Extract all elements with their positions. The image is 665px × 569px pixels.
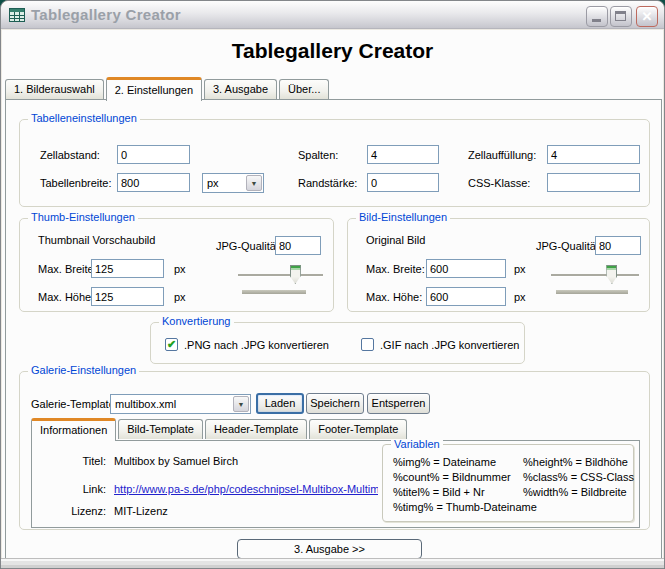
tabellenbreite-label: Tabellenbreite: — [40, 177, 112, 189]
tab-bilderauswahl[interactable]: 1. Bilderauswahl — [5, 79, 104, 99]
variable-item: %class% = CSS-Class — [523, 471, 634, 483]
window-bottom-frame[interactable] — [1, 558, 664, 568]
group-thumb-einstellungen: Thumb-Einstellungen Thumbnail Vorschaubi… — [19, 218, 334, 312]
group-galerie-einstellungen: Galerie-Einstellungen Galerie-Template: … — [19, 371, 650, 530]
thumb-breite-unit: px — [174, 263, 186, 275]
close-button[interactable]: ✕ — [636, 6, 658, 27]
bild-jpg-input[interactable] — [595, 236, 641, 255]
css-klasse-input[interactable] — [547, 173, 640, 192]
group-label: Konvertierung — [159, 315, 234, 327]
gif-convert-label: .GIF nach .JPG konvertieren — [380, 339, 519, 351]
bild-breite-input[interactable] — [426, 259, 506, 278]
slider-track — [551, 274, 639, 276]
bild-breite-label: Max. Breite: — [366, 263, 425, 275]
group-tabelleneinstellungen: Tabelleneinstellungen Zellabstand: Spalt… — [19, 119, 650, 207]
group-label: Bild-Einstellungen — [356, 211, 450, 223]
spalten-input[interactable] — [367, 145, 439, 164]
variable-item: %timg% = Thumb-Dateiname — [393, 501, 537, 513]
minimize-button[interactable] — [586, 6, 608, 27]
bild-caption: Original Bild — [366, 234, 425, 246]
window-title: Tablegallery Creator — [31, 6, 181, 23]
page-title: Tablegallery Creator — [2, 39, 663, 63]
maximize-icon — [615, 11, 626, 21]
tab-einstellungen[interactable]: 2. Einstellungen — [106, 77, 202, 101]
bild-hoehe-input[interactable] — [426, 287, 506, 306]
titel-label: Titel: — [36, 455, 106, 467]
entsperren-button[interactable]: Entsperren — [367, 393, 430, 414]
zellabstand-label: Zellabstand: — [40, 149, 100, 161]
group-konvertierung: Konvertierung ✔ .PNG nach .JPG konvertie… — [150, 322, 525, 364]
link-label: Link: — [36, 483, 106, 495]
galerie-template-select[interactable]: multibox.xml ▼ — [110, 394, 251, 414]
thumb-breite-label: Max. Breite: — [38, 263, 97, 275]
zellauffuellung-label: Zellauffüllung: — [468, 149, 536, 161]
galerie-template-value: multibox.xml — [115, 398, 232, 410]
ausgabe-next-button[interactable]: 3. Ausgabe >> — [237, 539, 422, 559]
bild-hoehe-label: Max. Höhe: — [366, 291, 422, 303]
tabellenbreite-input[interactable] — [117, 173, 190, 192]
variable-item: %img% = Dateiname — [393, 456, 496, 468]
slider-thumb[interactable] — [290, 265, 301, 284]
lizenz-label: Lizenz: — [36, 505, 106, 517]
tab-informationen[interactable]: Informationen — [31, 418, 116, 441]
template-link[interactable]: http://www.pa-s.de/php/codeschnipsel-Mul… — [114, 483, 378, 495]
slider-underbar-fill — [242, 290, 306, 294]
main-tab-strip: 1. Bilderauswahl 2. Einstellungen 3. Aus… — [5, 76, 329, 100]
minimize-icon — [592, 19, 601, 22]
title-bar[interactable]: Tablegallery Creator ✕ — [1, 1, 664, 29]
bild-quality-slider[interactable] — [551, 265, 639, 285]
tab-bild-template[interactable]: Bild-Template — [118, 419, 203, 439]
informationen-panel: Titel: Multibox by Samuel Birch Link: ht… — [31, 440, 640, 528]
png-convert-checkbox[interactable]: ✔ — [165, 338, 178, 351]
png-convert-label: .PNG nach .JPG konvertieren — [184, 339, 329, 351]
app-window: Tablegallery Creator ✕ Tablegallery Crea… — [0, 0, 665, 569]
galerie-template-label: Galerie-Template: — [31, 398, 118, 410]
group-variablen: Variablen %img% = Dateiname %count% = Bi… — [382, 444, 634, 522]
thumb-hoehe-unit: px — [174, 291, 186, 303]
zellabstand-input[interactable] — [117, 145, 190, 164]
variable-item: %titel% = Bild + Nr — [393, 486, 485, 498]
variable-item: %width% = Bildbreite — [523, 486, 627, 498]
maximize-button[interactable] — [610, 6, 632, 27]
spalten-label: Spalten: — [298, 149, 338, 161]
group-label: Tabelleneinstellungen — [28, 112, 140, 124]
slider-underbar — [242, 290, 324, 294]
breite-unit-select[interactable]: px ▼ — [202, 173, 264, 193]
tab-header-template[interactable]: Header-Template — [205, 419, 307, 439]
thumb-breite-input[interactable] — [91, 259, 164, 278]
laden-button[interactable]: Laden — [256, 393, 304, 414]
speichern-button[interactable]: Speichern — [306, 393, 364, 414]
variable-item: %height% = Bildhöhe — [523, 456, 628, 468]
dialog-client-area: Tablegallery Creator 1. Bilderauswahl 2.… — [2, 30, 663, 558]
close-icon: ✕ — [642, 9, 653, 24]
titel-value: Multibox by Samuel Birch — [114, 455, 238, 467]
css-klasse-label: CSS-Klasse: — [468, 177, 530, 189]
group-label: Galerie-Einstellungen — [28, 364, 139, 376]
slider-underbar-fill — [556, 290, 628, 294]
settings-tab-page: Tabelleneinstellungen Zellabstand: Spalt… — [5, 99, 662, 559]
app-table-icon — [9, 7, 25, 23]
slider-thumb[interactable] — [606, 265, 617, 284]
group-label: Thumb-Einstellungen — [28, 211, 138, 223]
variable-item: %count% = Bildnummer — [393, 471, 511, 483]
tab-ausgabe[interactable]: 3. Ausgabe — [204, 79, 277, 99]
tab-ueber[interactable]: Über... — [279, 79, 329, 99]
slider-underbar — [556, 290, 638, 294]
randstaerke-input[interactable] — [367, 173, 439, 192]
gif-convert-checkbox[interactable] — [361, 338, 374, 351]
tab-footer-template[interactable]: Footer-Template — [309, 419, 407, 439]
thumb-hoehe-label: Max. Höhe: — [38, 291, 94, 303]
randstaerke-label: Randstärke: — [298, 177, 357, 189]
thumb-jpg-input[interactable] — [275, 236, 321, 255]
bild-breite-unit: px — [514, 263, 526, 275]
thumb-jpg-label: JPG-Qualität: — [216, 240, 282, 252]
chevron-down-icon[interactable]: ▼ — [246, 175, 262, 191]
chevron-down-icon[interactable]: ▼ — [233, 396, 249, 412]
thumb-caption: Thumbnail Vorschaubild — [38, 234, 155, 246]
group-bild-einstellungen: Bild-Einstellungen Original Bild JPG-Qua… — [347, 218, 650, 312]
thumb-quality-slider[interactable] — [238, 265, 323, 285]
slider-track — [238, 274, 323, 276]
template-tab-strip: Informationen Bild-Template Header-Templ… — [31, 417, 407, 440]
thumb-hoehe-input[interactable] — [91, 287, 164, 306]
zellauffuellung-input[interactable] — [547, 145, 640, 164]
